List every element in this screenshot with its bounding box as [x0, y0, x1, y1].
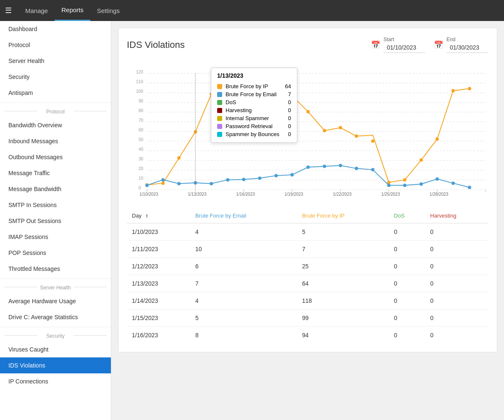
- svg-point-70: [274, 174, 278, 177]
- sidebar-item-protocol[interactable]: Protocol: [0, 37, 111, 53]
- sidebar-item-avg-hardware[interactable]: Average Hardware Usage: [0, 293, 111, 309]
- sidebar-item-security[interactable]: Security: [0, 69, 111, 85]
- col-header-ip: Brute Force by IP: [297, 208, 389, 223]
- svg-point-56: [387, 181, 391, 184]
- table-row: 1/10/2023 4 5 0 0: [127, 223, 488, 241]
- cell-email: 6: [190, 258, 297, 275]
- sidebar-item-drive-c[interactable]: Drive C: Average Statistics: [0, 309, 111, 325]
- cell-dos: 0: [389, 241, 425, 258]
- end-date-value[interactable]: 01/30/2023: [446, 42, 488, 53]
- tooltip-label: Brute Force by IP: [226, 83, 279, 89]
- cell-harvesting: 0: [425, 292, 488, 310]
- cell-day: 1/13/2023: [127, 275, 190, 292]
- start-date-value[interactable]: 01/10/2023: [383, 42, 425, 53]
- cell-harvesting: 0: [425, 275, 488, 292]
- svg-point-82: [468, 186, 471, 189]
- cell-dos: 0: [389, 310, 425, 327]
- tooltip-row: Brute Force by Email 7: [217, 90, 291, 98]
- cell-email: 10: [190, 241, 297, 258]
- tooltip-label: Password Retrieval: [226, 123, 279, 129]
- sidebar: DashboardProtocolServer HealthSecurityAn…: [0, 21, 111, 420]
- sidebar-item-message-traffic[interactable]: Message Traffic: [0, 165, 111, 181]
- card-header: IDS Violations 📅 Start 01/10/2023 📅 End: [127, 37, 488, 53]
- col-header-day[interactable]: Day ⬆: [127, 208, 190, 223]
- sidebar-item-antispam[interactable]: Antispam: [0, 85, 111, 101]
- svg-point-54: [355, 134, 358, 138]
- tooltip-row: Harvesting 0: [217, 106, 291, 114]
- sidebar-item-throttled-messages[interactable]: Throttled Messages: [0, 261, 111, 277]
- sidebar-item-pop-sessions[interactable]: POP Sessions: [0, 245, 111, 261]
- tooltip-value: 0: [283, 99, 291, 105]
- nav-reports[interactable]: Reports: [55, 0, 90, 21]
- sidebar-item-server-health[interactable]: Server Health: [0, 53, 111, 69]
- sidebar-item-viruses-caught[interactable]: Viruses Caught: [0, 341, 111, 357]
- tooltip-swatch: [217, 132, 222, 137]
- tooltip-swatch: [217, 92, 222, 97]
- svg-text:1/28/2023: 1/28/2023: [430, 192, 449, 196]
- cell-day: 1/14/2023: [127, 292, 190, 310]
- svg-point-42: [161, 181, 165, 185]
- content-card: IDS Violations 📅 Start 01/10/2023 📅 End: [118, 28, 497, 352]
- start-calendar-icon[interactable]: 📅: [371, 40, 380, 50]
- svg-point-51: [306, 110, 310, 113]
- cell-email: 8: [190, 327, 297, 344]
- nav-settings[interactable]: Settings: [90, 0, 126, 21]
- sidebar-item-dashboard[interactable]: Dashboard: [0, 21, 111, 37]
- sidebar-item-smtp-out-sessions[interactable]: SMTP Out Sessions: [0, 213, 111, 229]
- svg-point-59: [436, 137, 439, 141]
- svg-text:1/19/2023: 1/19/2023: [284, 192, 303, 196]
- svg-point-55: [371, 139, 375, 143]
- svg-text:30: 30: [139, 157, 144, 161]
- svg-point-71: [290, 173, 294, 176]
- tooltip-value: 0: [283, 115, 291, 121]
- table-row: 1/13/2023 7 64 0 0: [127, 275, 488, 292]
- svg-point-66: [210, 182, 213, 185]
- sidebar-item-ip-connections[interactable]: IP Connections: [0, 373, 111, 389]
- tooltip-value: 64: [283, 83, 291, 89]
- tooltip-row: Brute Force by IP 64: [217, 82, 291, 90]
- cell-ip: 118: [297, 292, 389, 310]
- svg-point-64: [177, 182, 181, 185]
- cell-dos: 0: [389, 223, 425, 241]
- svg-point-60: [452, 89, 455, 92]
- sidebar-item-outbound-messages[interactable]: Outbound Messages: [0, 149, 111, 165]
- tooltip-row: DoS 0: [217, 98, 291, 106]
- table-row: 1/16/2023 8 94 0 0: [127, 327, 488, 344]
- svg-point-78: [403, 184, 407, 187]
- sidebar-item-imap-sessions[interactable]: IMAP Sessions: [0, 229, 111, 245]
- tooltip-label: DoS: [226, 99, 279, 105]
- sidebar-item-message-bandwidth[interactable]: Message Bandwidth: [0, 181, 111, 197]
- cell-ip: 25: [297, 258, 389, 275]
- cell-email: 4: [190, 292, 297, 310]
- svg-point-79: [420, 182, 423, 186]
- cell-email: 7: [190, 275, 297, 292]
- cell-day: 1/16/2023: [127, 327, 190, 344]
- svg-point-81: [452, 181, 455, 185]
- cell-email: 5: [190, 310, 297, 327]
- table-row: 1/12/2023 6 25 0 0: [127, 258, 488, 275]
- svg-text:90: 90: [139, 99, 144, 103]
- cell-dos: 0: [389, 327, 425, 344]
- sidebar-section-protocol: Protocol: [0, 105, 111, 117]
- cell-harvesting: 0: [425, 258, 488, 275]
- svg-text:70: 70: [139, 118, 144, 123]
- tooltip-label: Brute Force by Email: [226, 91, 279, 97]
- sidebar-item-smtp-in-sessions[interactable]: SMTP In Sessions: [0, 197, 111, 213]
- hamburger-icon[interactable]: ☰: [5, 6, 12, 15]
- svg-text:1/25/2023: 1/25/2023: [381, 192, 400, 196]
- sidebar-item-bandwidth-overview[interactable]: Bandwidth Overview: [0, 117, 111, 133]
- svg-point-52: [323, 129, 326, 132]
- table-row: 1/15/2023 5 99 0 0: [127, 310, 488, 327]
- sidebar-section-server-health: Server Health: [0, 281, 111, 293]
- cell-day: 1/15/2023: [127, 310, 190, 327]
- sidebar-item-ids-violations[interactable]: IDS Violations: [0, 357, 111, 373]
- svg-text:0: 0: [139, 186, 141, 190]
- tooltip-swatch: [217, 116, 222, 121]
- end-calendar-icon[interactable]: 📅: [434, 40, 443, 50]
- nav-manage[interactable]: Manage: [18, 0, 55, 21]
- end-date-label: End: [446, 37, 488, 42]
- svg-point-80: [436, 177, 439, 181]
- tooltip-date: 1/13/2023: [217, 72, 291, 79]
- data-table: Day ⬆ Brute Force by Email Brute Force b…: [127, 208, 488, 344]
- sidebar-item-inbound-messages[interactable]: Inbound Messages: [0, 133, 111, 149]
